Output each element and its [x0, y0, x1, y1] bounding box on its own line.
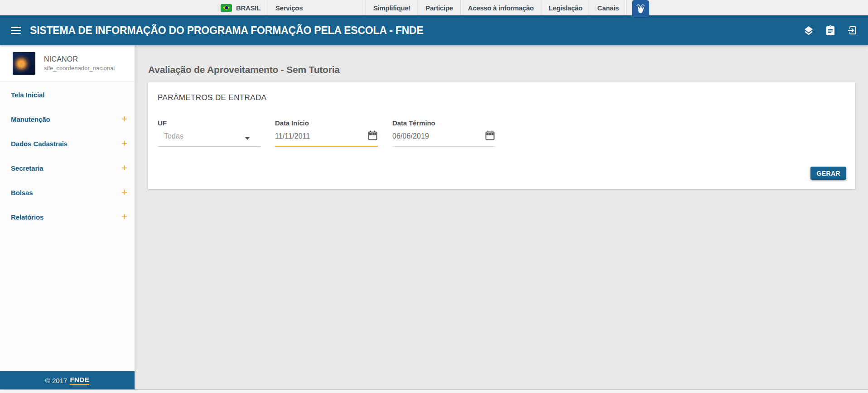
expand-plus-icon[interactable]: + [121, 212, 127, 222]
expand-plus-icon[interactable]: + [121, 163, 127, 173]
parameters-form: UF Todas Data Início 11/11/2011 [158, 119, 855, 147]
legislacao-link[interactable]: Legislação [541, 0, 590, 15]
data-inicio-field[interactable]: Data Início 11/11/2011 [275, 119, 378, 147]
participe-link[interactable]: Participe [418, 0, 460, 15]
uf-select[interactable]: UF Todas [158, 119, 260, 147]
field-underline-focused [275, 146, 378, 147]
brasil-label: BRASIL [236, 4, 260, 12]
expand-plus-icon[interactable]: + [121, 114, 127, 124]
gerar-button[interactable]: GERAR [810, 167, 846, 180]
vlibras-hands-icon[interactable] [632, 0, 649, 17]
field-underline [158, 146, 260, 147]
user-name: NICANOR [44, 55, 115, 63]
data-inicio-label: Data Início [275, 119, 378, 127]
sidebar-footer: © 2017 FNDE [0, 371, 135, 389]
sidebar-item-secretaria[interactable]: Secretaria + [0, 156, 135, 180]
copyright-text: © 2017 [45, 377, 68, 384]
data-termino-label: Data Término [392, 119, 495, 127]
card-title: PARÂMETROS DE ENTRADA [148, 82, 855, 102]
divider [626, 0, 627, 15]
sidebar-item-label: Secretaria [11, 164, 43, 172]
layers-icon[interactable] [803, 24, 815, 36]
calendar-icon[interactable] [485, 130, 495, 143]
fnde-link[interactable]: FNDE [70, 376, 89, 385]
page-title: Avaliação de Aproveitamento - Sem Tutori… [148, 64, 855, 75]
horizontal-scrollbar-track[interactable] [0, 389, 868, 393]
user-avatar [13, 52, 35, 75]
sidebar-item-label: Tela Inicial [11, 91, 44, 99]
sidebar-item-label: Manutenção [11, 115, 50, 123]
field-underline [392, 146, 495, 147]
user-card: NICANOR sife_coordenador_nacional [0, 45, 135, 82]
calendar-icon[interactable] [367, 130, 378, 143]
app-title: SISTEMA DE INFORMAÇÃO DO PROGRAMA FORMAÇ… [30, 24, 424, 37]
sidebar-item-manutencao[interactable]: Manutenção + [0, 107, 135, 131]
sidebar-item-dados-cadastrais[interactable]: Dados Cadastrais + [0, 131, 135, 156]
clipboard-icon[interactable] [825, 24, 836, 36]
brazil-flag-icon [221, 4, 232, 12]
uf-label: UF [158, 119, 260, 127]
servicos-link[interactable]: Serviços [268, 0, 310, 15]
simplifique-link[interactable]: Simplifique! [366, 0, 418, 15]
canais-link[interactable]: Canais [590, 0, 626, 15]
sidebar-item-label: Relatórios [11, 213, 43, 221]
page: BRASIL Serviços Simplifique! Participe A… [0, 0, 868, 393]
acesso-informacao-link[interactable]: Acesso à informação [461, 0, 541, 15]
sidebar-item-relatorios[interactable]: Relatórios + [0, 205, 135, 229]
expand-plus-icon[interactable]: + [121, 187, 127, 197]
sidebar-item-tela-inicial[interactable]: Tela Inicial [0, 82, 135, 107]
parameters-card: PARÂMETROS DE ENTRADA UF Todas Data Iníc… [148, 82, 855, 189]
expand-plus-icon[interactable]: + [121, 139, 127, 149]
brasil-gov-link[interactable]: BRASIL [221, 0, 268, 15]
data-termino-value: 06/06/2019 [392, 132, 495, 142]
main-content: Avaliação de Aproveitamento - Sem Tutori… [135, 45, 868, 389]
sidebar-item-label: Dados Cadastrais [11, 140, 68, 148]
data-inicio-value: 11/11/2011 [275, 132, 378, 142]
user-role: sife_coordenador_nacional [44, 65, 115, 72]
chevron-down-icon [245, 137, 250, 140]
government-top-bar: BRASIL Serviços Simplifique! Participe A… [0, 0, 868, 15]
sidebar-item-bolsas[interactable]: Bolsas + [0, 180, 135, 205]
menu-hamburger-icon[interactable] [11, 27, 21, 34]
sidebar-menu: Tela Inicial Manutenção + Dados Cadastra… [0, 82, 135, 371]
app-header: SISTEMA DE INFORMAÇÃO DO PROGRAMA FORMAÇ… [0, 15, 868, 45]
data-termino-field[interactable]: Data Término 06/06/2019 [392, 119, 495, 147]
sidebar-item-label: Bolsas [11, 189, 33, 196]
sidebar: NICANOR sife_coordenador_nacional Tela I… [0, 45, 135, 389]
logout-icon[interactable] [846, 24, 858, 36]
